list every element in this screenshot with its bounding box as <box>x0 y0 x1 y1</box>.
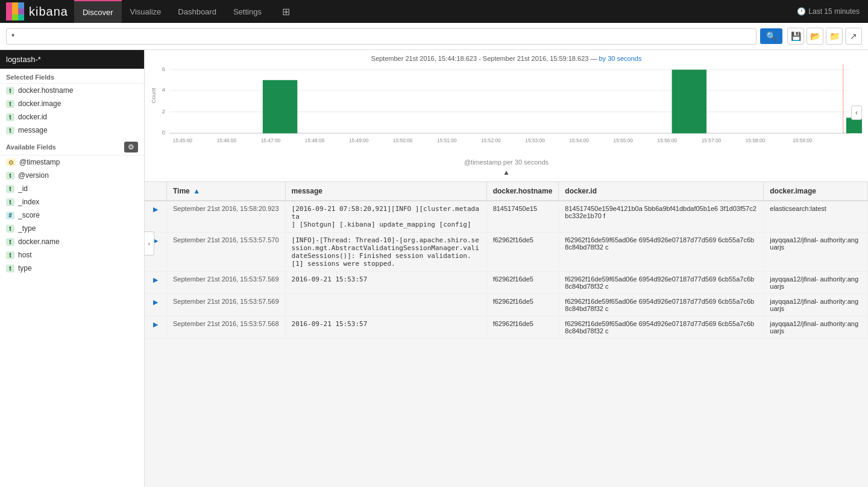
col-message[interactable]: message <box>285 182 486 201</box>
field-type-badge: t <box>6 87 14 95</box>
row-expand-button[interactable]: ▶ <box>151 275 160 284</box>
svg-text:15:45:00: 15:45:00 <box>173 137 193 143</box>
field-type-badge: t <box>6 251 14 259</box>
time-picker[interactable]: 🕐 Last 15 minutes <box>797 7 862 16</box>
chart-container: September 21st 2016, 15:44:18.623 - Sept… <box>145 50 868 182</box>
field-name: docker.name <box>18 237 60 246</box>
field-name: docker.hostname <box>18 86 73 95</box>
table-row: ▶ September 21st 2016, 15:53:57.569 2016… <box>145 272 868 294</box>
col-time[interactable]: Time ▲ <box>167 182 286 201</box>
row-docker-hostname: f62962f16de5 <box>486 294 559 316</box>
apps-grid-icon[interactable]: ⊞ <box>274 0 298 23</box>
available-field-id[interactable]: t _id <box>0 182 144 195</box>
svg-rect-0 <box>6 2 12 20</box>
row-expand-cell[interactable]: ▶ <box>145 316 167 339</box>
load-button[interactable]: 📂 <box>807 28 823 45</box>
chart-svg: 6 4 2 0 Count <box>151 64 862 149</box>
toolbar-icons: 💾 📂 📁 ↗ <box>787 28 862 45</box>
available-field-type2[interactable]: t type <box>0 262 144 275</box>
nav-items: Discover Visualize Dashboard Settings ⊞ <box>74 0 797 23</box>
row-docker-id: f62962f16de59f65ad06e 6954d926e07187d77d… <box>559 272 764 294</box>
selected-field-docker-image[interactable]: t docker.image <box>0 97 144 110</box>
available-field-score[interactable]: # _score <box>0 209 144 222</box>
row-expand-button[interactable]: ▶ <box>151 204 160 214</box>
row-expand-button[interactable]: ▶ <box>151 319 160 329</box>
share-button[interactable]: 📁 <box>826 28 843 45</box>
available-field-host[interactable]: t host <box>0 248 144 262</box>
field-type-badge: t <box>6 127 14 134</box>
field-name: docker.image <box>18 99 61 108</box>
chart-collapse-button[interactable]: ▲ <box>151 166 862 179</box>
svg-text:15:57:00: 15:57:00 <box>702 137 722 143</box>
logo: kibana <box>6 2 68 20</box>
svg-text:15:47:00: 15:47:00 <box>261 137 281 143</box>
col-docker-image[interactable]: docker.image <box>764 182 868 201</box>
chart-bar-1554 <box>672 70 706 134</box>
col-docker-id[interactable]: docker.id <box>559 182 764 201</box>
nav-visualize[interactable]: Visualize <box>122 0 170 23</box>
row-docker-image: jayqqaa12/jfinal- authority:anguarjs <box>764 272 868 294</box>
collapse-sidebar-button[interactable]: ‹ <box>145 231 154 256</box>
search-input[interactable] <box>6 28 756 45</box>
col-docker-hostname[interactable]: docker.hostname <box>486 182 559 201</box>
row-message: [2016-09-21 07:58:20,921][INFO ][cluster… <box>285 201 486 233</box>
nav-dashboard[interactable]: Dashboard <box>169 0 225 23</box>
svg-rect-3 <box>12 14 18 20</box>
available-field-index[interactable]: t _index <box>0 195 144 209</box>
row-expand-cell[interactable]: ▶ <box>145 294 167 316</box>
row-message <box>285 294 486 316</box>
main-layout: logstash-* Selected Fields t docker.host… <box>0 50 868 487</box>
svg-text:4: 4 <box>162 86 166 93</box>
results-area[interactable]: Time ▲ message docker.hostname docker.id… <box>145 182 868 487</box>
search-button[interactable]: 🔍 <box>760 28 782 44</box>
row-docker-id: f62962f16de59f65ad06e 6954d926e07187d77d… <box>559 316 764 339</box>
row-docker-hostname: 814517450e15 <box>486 201 559 233</box>
row-docker-image: jayqqaa12/jfinal- authority:anguarjs <box>764 233 868 272</box>
chart-title: September 21st 2016, 15:44:18.623 - Sept… <box>151 55 862 62</box>
available-field-type[interactable]: t _type <box>0 222 144 235</box>
row-docker-hostname: f62962f16de5 <box>486 316 559 339</box>
sort-indicator: ▲ <box>193 187 200 195</box>
svg-text:0: 0 <box>162 129 165 136</box>
nav-settings[interactable]: Settings <box>225 0 270 23</box>
available-field-timestamp[interactable]: ⊙ @timestamp <box>0 156 144 169</box>
field-type-badge: t <box>6 265 14 272</box>
row-expand-button[interactable]: ▶ <box>151 297 160 307</box>
selected-field-docker-hostname[interactable]: t docker.hostname <box>0 84 144 97</box>
index-pattern-header: logstash-* <box>0 50 144 69</box>
fields-settings-button[interactable]: ⚙ <box>124 142 138 152</box>
svg-text:Count: Count <box>151 87 157 103</box>
svg-text:15:58:00: 15:58:00 <box>746 137 766 143</box>
index-pattern-label: logstash-* <box>6 55 41 64</box>
row-time: September 21st 2016, 15:53:57.570 <box>167 233 286 272</box>
save-button[interactable]: 💾 <box>787 28 804 45</box>
available-field-docker-name[interactable]: t docker.name <box>0 235 144 248</box>
row-docker-id: 814517450e159e4121b0a 5bb6a9bf41dbdaf05b… <box>559 201 764 233</box>
nav-discover[interactable]: Discover <box>74 0 122 23</box>
field-type-badge: ⊙ <box>6 159 16 166</box>
svg-rect-5 <box>18 14 24 20</box>
row-time: September 21st 2016, 15:53:57.568 <box>167 316 286 339</box>
by-seconds-link[interactable]: by 30 seconds <box>599 55 642 62</box>
row-expand-cell[interactable]: ▶ <box>145 272 167 294</box>
row-time: September 21st 2016, 15:53:57.569 <box>167 272 286 294</box>
svg-text:15:48:00: 15:48:00 <box>305 137 325 143</box>
new-button[interactable]: ↗ <box>845 28 862 45</box>
field-name: message <box>18 126 48 134</box>
svg-text:15:56:00: 15:56:00 <box>658 137 678 143</box>
row-expand-cell[interactable]: ▶ <box>145 201 167 233</box>
chart-wrapper: 6 4 2 0 Count <box>151 64 862 161</box>
selected-field-message[interactable]: t message <box>0 124 144 137</box>
kibana-logo-icon <box>6 2 24 20</box>
selected-field-docker-id[interactable]: t docker.id <box>0 110 144 124</box>
svg-text:6: 6 <box>162 66 165 72</box>
row-docker-image: jayqqaa12/jfinal- authority:anguarjs <box>764 316 868 339</box>
content-area: 12 hits September 21st 2016, 15:44:18.62… <box>145 50 868 487</box>
available-field-version[interactable]: t @version <box>0 169 144 182</box>
svg-text:15:46:00: 15:46:00 <box>217 137 237 143</box>
row-docker-image: elasticsearch:latest <box>764 201 868 233</box>
chart-bar-1547 <box>263 80 297 133</box>
chart-expand-button[interactable]: ‹ <box>851 105 862 120</box>
svg-rect-2 <box>18 2 24 8</box>
col-expand <box>145 182 167 201</box>
